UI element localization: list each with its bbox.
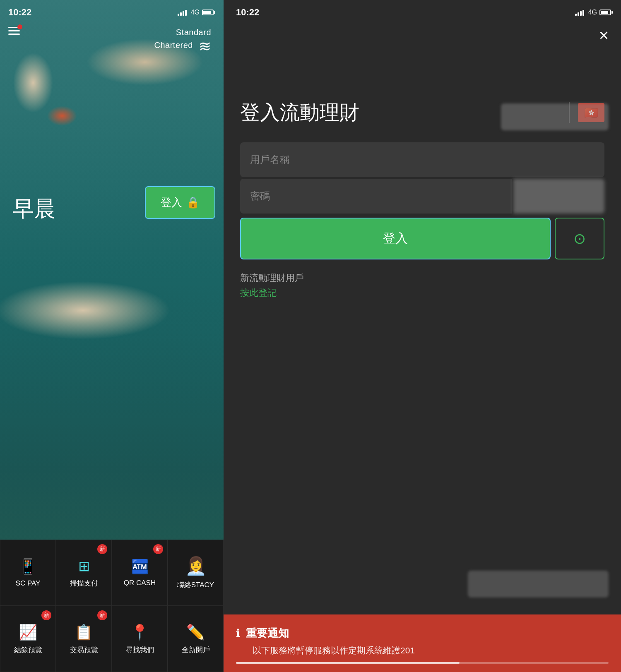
balance-label: 結餘預覽: [14, 645, 42, 655]
qr-cash-icon: 🏧: [131, 558, 149, 575]
left-panel: 10:22 4G Standard Chartered: [0, 0, 224, 672]
new-badge-transaction: 新: [97, 610, 107, 620]
grid-row-1: 📱 SC PAY 新 ⊞ 掃描支付 新 🏧 QR CASH 👩‍💼 聯絡STAC…: [0, 540, 224, 606]
transaction-label: 交易預覽: [70, 645, 98, 655]
hamburger-menu[interactable]: [8, 27, 20, 35]
right-panel: 10:22 4G × 登入流動理財 🇭🇰: [224, 0, 621, 672]
status-time-left: 10:22: [8, 7, 31, 18]
signal-icon-right: [575, 9, 584, 16]
menu-line: [8, 34, 20, 35]
login-title: 登入流動理財: [240, 99, 359, 126]
find-us-icon: 📍: [130, 624, 149, 641]
network-left: 4G: [191, 9, 200, 16]
grid-cell-stacy[interactable]: 👩‍💼 聯絡STACY: [168, 540, 224, 606]
grid-cell-scan-pay[interactable]: 新 ⊞ 掃描支付: [56, 540, 112, 606]
battery-icon-right: [599, 10, 613, 15]
menu-line: [8, 30, 20, 31]
scan-pay-label: 掃描支付: [70, 578, 98, 588]
transaction-icon: 📋: [75, 624, 93, 641]
status-bar-left: 10:22 4G: [0, 0, 224, 25]
password-row: [240, 179, 604, 214]
login-submit-button[interactable]: 登入: [240, 218, 551, 259]
morning-greeting: 早晨: [12, 194, 55, 223]
signal-icon-left: [178, 9, 187, 16]
close-button[interactable]: ×: [599, 27, 609, 43]
lock-icon: 🔒: [186, 196, 200, 209]
top-blurred-banner: [501, 103, 609, 130]
notification-banner: ℹ 重要通知 以下服務將暫停服務以作定期系統維護201: [224, 614, 621, 672]
bottom-grid: 📱 SC PAY 新 ⊞ 掃描支付 新 🏧 QR CASH 👩‍💼 聯絡STAC…: [0, 540, 224, 672]
sc-pay-label: SC PAY: [16, 579, 41, 588]
username-input[interactable]: [240, 142, 604, 177]
notification-dot: [17, 24, 22, 29]
qr-cash-label: QR CASH: [124, 579, 156, 587]
grid-cell-find-us[interactable]: 📍 尋找我們: [112, 606, 168, 672]
status-bar-right: 10:22 4G: [224, 0, 621, 25]
grid-cell-balance[interactable]: 新 📈 結餘預覽: [0, 606, 56, 672]
login-button-left[interactable]: 登入 🔒: [145, 186, 215, 219]
password-input[interactable]: [240, 179, 512, 214]
scan-pay-icon: ⊞: [78, 558, 90, 574]
face-id-icon: ⊙: [573, 230, 586, 247]
status-icons-right: 4G: [575, 9, 613, 16]
password-blurred-overlay: [513, 179, 604, 214]
sc-pay-icon: 📱: [19, 558, 37, 575]
sc-logo: Standard Chartered ≋: [154, 27, 212, 55]
grid-cell-sc-pay[interactable]: 📱 SC PAY: [0, 540, 56, 606]
battery-icon-left: [202, 10, 215, 15]
open-account-icon: ✏️: [186, 624, 205, 641]
face-id-button[interactable]: ⊙: [555, 218, 604, 259]
grid-cell-transaction[interactable]: 新 📋 交易預覽: [56, 606, 112, 672]
logo-icon: ≋: [199, 38, 211, 55]
find-us-label: 尋找我們: [126, 645, 154, 655]
info-icon: ℹ: [236, 627, 240, 640]
notif-scrollbar: [236, 662, 609, 664]
status-icons-left: 4G: [178, 9, 215, 16]
new-badge-scan: 新: [97, 544, 107, 554]
notif-body: 以下服務將暫停服務以作定期系統維護201: [236, 645, 609, 656]
notif-header: ℹ 重要通知: [236, 626, 609, 641]
grid-cell-open-account[interactable]: ✏️ 全新開戶: [168, 606, 224, 672]
balance-icon: 📈: [19, 624, 37, 641]
stacy-label: 聯絡STACY: [177, 580, 214, 590]
status-time-right: 10:22: [236, 7, 259, 18]
grid-cell-qr-cash[interactable]: 新 🏧 QR CASH: [112, 540, 168, 606]
bottom-blurred-area: [468, 571, 609, 598]
action-row: 登入 ⊙: [240, 218, 604, 259]
notif-scroll-thumb: [236, 662, 460, 664]
grid-row-2: 新 📈 結餘預覽 新 📋 交易預覽 📍 尋找我們 ✏️ 全新開戶: [0, 606, 224, 672]
stacy-icon: 👩‍💼: [185, 556, 207, 576]
network-right: 4G: [588, 9, 597, 16]
notif-title: 重要通知: [246, 626, 289, 641]
login-label-left: 登入: [161, 195, 182, 210]
open-account-label: 全新開戶: [182, 645, 210, 655]
new-badge-balance: 新: [41, 610, 51, 620]
new-badge-qr: 新: [153, 544, 163, 554]
register-link[interactable]: 按此登記: [240, 287, 604, 299]
register-text: 新流動理財用戶: [240, 272, 604, 284]
register-section: 新流動理財用戶 按此登記: [240, 272, 604, 299]
